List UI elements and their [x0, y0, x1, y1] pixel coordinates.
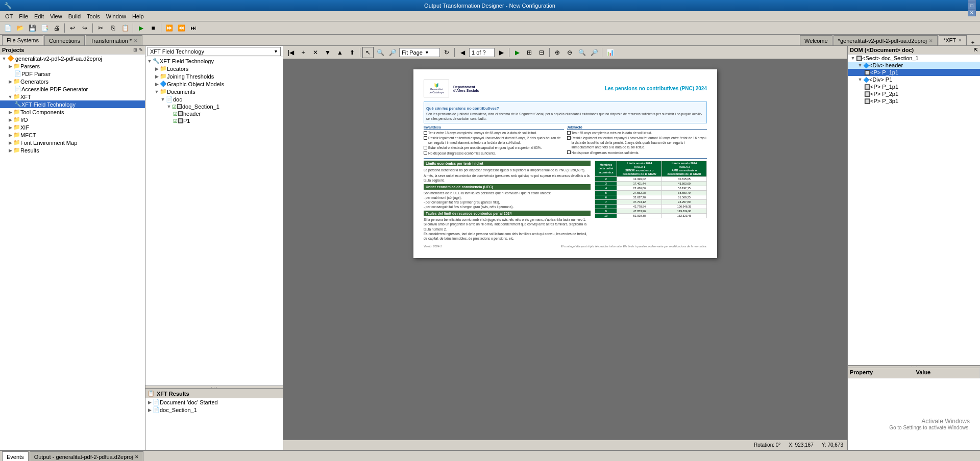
xft-locators[interactable]: ▶ 📁 Locators — [145, 65, 283, 72]
tab-transformation[interactable]: Transformation * ✕ — [86, 35, 142, 45]
menu-build[interactable]: Build — [65, 12, 84, 20]
xft-doc[interactable]: ▼ 📄 doc — [145, 95, 283, 103]
paste-button[interactable]: 📋 — [119, 22, 131, 34]
tab-welcome[interactable]: Welcome — [800, 35, 832, 45]
tab-transformation-close[interactable]: ✕ — [134, 38, 138, 43]
viewer-zoom1-btn[interactable]: ⊕ — [552, 47, 563, 58]
save-all-button[interactable]: 📑 — [39, 22, 50, 34]
xft-results-section[interactable]: ▶ 📄 doc_Section_1 — [145, 406, 283, 414]
inv-item-2: Residir legalment en territori espanyol … — [424, 136, 564, 145]
tree-font-env[interactable]: ▶ 📁 Font Environment Map — [0, 139, 145, 146]
viewer-excel-btn[interactable]: 📊 — [604, 47, 616, 58]
save-button[interactable]: 💾 — [27, 22, 38, 34]
xft-p1[interactable]: ☑ 🔲 P1 — [145, 117, 283, 124]
viewer-nav-right[interactable]: ▶ — [496, 47, 507, 58]
tree-generators[interactable]: ▶ 📁 Generators — [0, 78, 145, 85]
menu-help[interactable]: Help — [129, 12, 147, 20]
tree-tool-components[interactable]: ▶ 📁 Tool Components — [0, 108, 145, 116]
open-button[interactable]: 📂 — [14, 22, 26, 34]
expand-icon-mfct: ▶ — [7, 132, 13, 138]
xft-graphic-models[interactable]: ▶ 🔷 Graphic Object Models — [145, 80, 283, 88]
doc-footer-area: Versió: 2024-1 El contingut d'aquest trí… — [424, 243, 707, 248]
menu-ot[interactable]: OT — [2, 12, 16, 20]
div-header-label: <Div> header — [869, 62, 903, 68]
xft-documents[interactable]: ▼ 📁 Documents — [145, 88, 283, 95]
step-button[interactable]: ⏭ — [188, 22, 199, 34]
tree-xif[interactable]: ▶ 📁 XIF — [0, 123, 145, 131]
dom-sect[interactable]: ▼ 🔲 <Sect> doc_Section_1 — [848, 55, 980, 62]
run-button[interactable]: ▶ — [135, 22, 146, 34]
tree-project-root[interactable]: ▼ 🔶 generalitat-v2-pdf-2-pdf-ua.d2eproj — [0, 55, 145, 62]
viewer-down-btn[interactable]: ▼ — [322, 47, 333, 58]
redo-button[interactable]: ↪ — [79, 22, 90, 34]
tab-connections[interactable]: Connections — [44, 35, 85, 45]
viewer-refresh-btn[interactable]: ↻ — [441, 47, 452, 58]
dom-p-1p1[interactable]: 🔲 <P> P_1p1 — [848, 69, 980, 76]
print-button[interactable]: 🖨 — [51, 22, 62, 34]
viewer-zoom2-btn[interactable]: ⊖ — [564, 47, 575, 58]
xft-header[interactable]: ☑ 🔲 header — [145, 110, 283, 117]
tree-apdf-generator[interactable]: 📄 Accessible PDF Generator — [0, 85, 145, 93]
viewer-frame-btn[interactable]: ⊞ — [524, 47, 535, 58]
fit-page-dropdown[interactable]: Fit Page ▼ — [399, 48, 440, 57]
viewer-first-btn[interactable]: |◀ — [285, 47, 297, 58]
dom-div-p1[interactable]: ▼ 🔷 <Div> P1 — [848, 76, 980, 83]
tree-pdf-parser[interactable]: 📄 PDF Parser — [0, 70, 145, 78]
bottom-tab-output[interactable]: Output - generalitat-pdf-2-pdfua.d2eproj… — [30, 451, 144, 461]
tab-d2eproj[interactable]: *generalitat-v2-pdf-2-pdf-ua.d2eproj ✕ — [834, 35, 938, 45]
tree-xft-folder[interactable]: ▼ 📁 XFT — [0, 93, 145, 100]
tab-xft-label: *XFT — [943, 37, 956, 43]
tree-io[interactable]: ▶ 📁 I/O — [0, 116, 145, 123]
viewer-zoom4-btn[interactable]: 🔎 — [589, 47, 600, 58]
dom-p1-2p1[interactable]: 🔲 <P> P_2p1 — [848, 90, 980, 97]
tab-add-button[interactable]: + — [968, 39, 978, 45]
xft-root[interactable]: ▼ 🔧 XFT Field Technology — [145, 57, 283, 65]
viewer-zoom3-btn[interactable]: 🔍 — [576, 47, 587, 58]
menu-window[interactable]: Window — [103, 12, 129, 20]
bottom-tab-close[interactable]: ✕ — [135, 454, 139, 459]
copy-button[interactable]: ⎘ — [107, 22, 118, 34]
close-button[interactable]: ✕ — [968, 9, 976, 16]
viewer-cursor-btn[interactable]: ↖ — [362, 47, 374, 58]
dom-p1-3p1[interactable]: 🔲 <P> P_3p1 — [848, 97, 980, 105]
xft-dropdown-box[interactable]: XFT Field Technology ▼ — [148, 47, 281, 56]
stop-run-button[interactable]: ■ — [148, 22, 159, 34]
backward-button[interactable]: ⏪ — [176, 22, 187, 34]
menu-file[interactable]: File — [16, 12, 31, 20]
dom-div-header[interactable]: ▼ 🔷 <Div> header — [848, 62, 980, 69]
tab-d2eproj-close[interactable]: ✕ — [929, 38, 933, 43]
results-icon2: 📄 — [153, 406, 160, 413]
maximize-button[interactable]: □ — [968, 2, 976, 9]
new-button[interactable]: 📄 — [2, 22, 13, 34]
viewer-delete-btn[interactable]: ✕ — [310, 47, 321, 58]
tree-mfct[interactable]: ▶ 📁 MFCT — [0, 131, 145, 139]
viewer-export-btn[interactable]: ⬆ — [347, 47, 358, 58]
p1-1p1-label: <P> P_1p1 — [870, 84, 898, 90]
viewer-nav-left[interactable]: ◀ — [457, 47, 468, 58]
menu-view[interactable]: View — [47, 12, 65, 20]
tab-xft-close[interactable]: ✕ — [958, 38, 962, 43]
xft-doc-section1[interactable]: ▼ ☑ 🔲 doc_Section_1 — [145, 103, 283, 110]
dom-p1-1p1[interactable]: 🔲 <P> P_1p1 — [848, 83, 980, 90]
viewer-play-btn[interactable]: ▶ — [511, 47, 523, 58]
tab-file-systems[interactable]: File Systems — [2, 35, 43, 45]
cut-button[interactable]: ✂ — [95, 22, 106, 34]
viewer-grid-btn[interactable]: ⊟ — [536, 47, 547, 58]
menu-tools[interactable]: Tools — [84, 12, 103, 20]
tree-xft-field-tech[interactable]: 🔧 XFT Field Technology — [0, 100, 145, 108]
table-cell: 43.503,60 — [662, 182, 707, 186]
xft-results-doc-root[interactable]: ▶ 📄 Document 'doc' Started — [145, 398, 283, 406]
tree-parsers[interactable]: ▶ 📁 Parsers — [0, 62, 145, 70]
viewer-up-btn[interactable]: ▲ — [334, 47, 346, 58]
xft-joining[interactable]: ▶ 📁 Joining Thresholds — [145, 72, 283, 80]
tree-results[interactable]: ▶ 📁 Results — [0, 146, 145, 154]
sect-label: <Sect> doc_Section_1 — [862, 55, 919, 61]
viewer-search2-btn[interactable]: 🔎 — [387, 47, 398, 58]
undo-button[interactable]: ↩ — [67, 22, 78, 34]
viewer-search-btn[interactable]: 🔍 — [375, 47, 386, 58]
menu-edit[interactable]: Edit — [31, 12, 47, 20]
forward-button[interactable]: ⏩ — [163, 22, 175, 34]
tab-xft[interactable]: *XFT ✕ — [939, 35, 967, 45]
bottom-tab-events[interactable]: Events — [2, 451, 29, 461]
viewer-add-btn[interactable]: + — [298, 47, 309, 58]
